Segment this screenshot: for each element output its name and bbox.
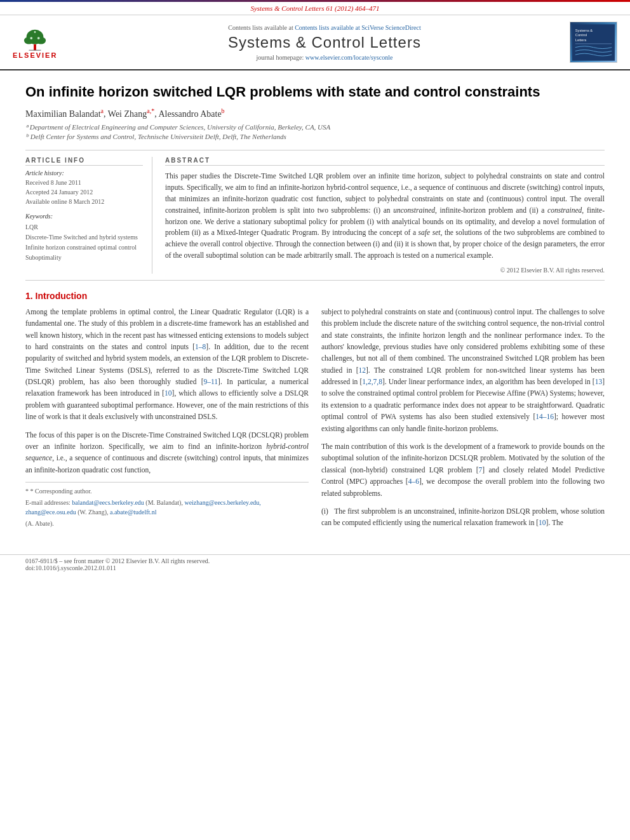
ref-10b[interactable]: 10 (539, 519, 546, 526)
cover-svg: Systems & Control Letters (572, 23, 615, 62)
sciverse-link[interactable]: Contents lists available at SciVerse Sci… (295, 24, 421, 31)
available-date: Available online 8 March 2012 (25, 197, 143, 206)
body-p1: Among the template problems in optimal c… (25, 306, 309, 423)
section1-heading: 1. Introduction (25, 291, 605, 301)
abstract-column: ABSTRACT This paper studies the Discrete… (165, 157, 605, 274)
elsevier-tree-icon (19, 26, 51, 51)
copyright-notice: © 2012 Elsevier B.V. All rights reserved… (165, 267, 605, 274)
journal-top-ref: Systems & Control Letters 61 (2012) 464–… (0, 2, 630, 15)
keywords-label: Keywords: (25, 213, 143, 220)
elsevier-logo-area: ELSEVIER (13, 26, 89, 59)
abstract-text: This paper studies the Discrete-Time Swi… (165, 171, 605, 262)
article-info-label: ARTICLE INFO (25, 157, 143, 166)
homepage-link[interactable]: www.elsevier.com/locate/sysconle (305, 54, 393, 61)
email1-link[interactable]: balandat@eecs.berkeley.edu (72, 499, 144, 506)
ref-1278[interactable]: 1,2,7,8 (362, 378, 382, 385)
history-label: Article history: (25, 170, 143, 177)
ref-10[interactable]: 10 (164, 389, 172, 397)
keywords-section: Keywords: LQR Discrete-Time Switched and… (25, 213, 143, 263)
author2: Wei Zhanga,*, (108, 109, 159, 119)
footnote-star: * * Corresponding author. (25, 486, 309, 496)
journal-homepage: journal homepage: www.elsevier.com/locat… (89, 54, 560, 61)
body-p2: The focus of this paper is on the Discre… (25, 429, 309, 476)
keyword-ihcoc: Infinite horizon constrained optimal con… (25, 243, 143, 253)
footnote-emails: E-mail addresses: balandat@eecs.berkeley… (25, 498, 309, 517)
abstract-label: ABSTRACT (165, 157, 605, 166)
body-list-i: (i) The first subproblem is an unconstra… (321, 505, 605, 529)
journal-title: Systems & Control Letters (89, 34, 560, 51)
received-date: Received 8 June 2011 (25, 178, 143, 187)
ref-14-16[interactable]: 14–16 (535, 413, 554, 420)
issn-line: 0167-6911/$ – see front matter © 2012 El… (25, 557, 210, 564)
article-history: Article history: Received 8 June 2011 Ac… (25, 170, 143, 206)
ref-13[interactable]: 13 (595, 378, 603, 385)
affil1: ᵃ Department of Electrical Engineering a… (25, 123, 605, 131)
doi-line: doi:10.1016/j.sysconle.2012.01.011 (25, 564, 116, 571)
ref-9-11[interactable]: 9–11 (204, 378, 218, 385)
page-bottom-bar: 0167-6911/$ – see front matter © 2012 El… (0, 554, 630, 574)
affiliations: ᵃ Department of Electrical Engineering a… (25, 123, 605, 141)
svg-text:Control: Control (575, 33, 587, 37)
svg-point-6 (34, 31, 36, 33)
ref-4-6[interactable]: 4–6 (408, 477, 419, 485)
author3: Alessandro Abateb (158, 109, 224, 119)
footnote-abate: (A. Abate). (25, 519, 309, 528)
svg-text:Systems &: Systems & (575, 28, 593, 32)
cover-image: Systems & Control Letters (570, 22, 617, 63)
email1-person: (M. Balandat), (145, 499, 183, 506)
email-label: E-mail addresses: (25, 499, 70, 506)
keyword-subopt: Suboptimality (25, 253, 143, 263)
main-content: On infinite horizon switched LQR problem… (0, 70, 630, 548)
svg-point-4 (30, 37, 33, 39)
footnotes: * * Corresponding author. E-mail address… (25, 482, 309, 528)
keyword-lqr: LQR (25, 222, 143, 232)
corresponding-author-note: * Corresponding author. (30, 488, 92, 495)
body-col-right: subject to polyhedral constraints on sta… (321, 306, 605, 535)
paper-title: On infinite horizon switched LQR problem… (25, 83, 605, 102)
body-p4: The main contribution of this work is th… (321, 441, 605, 499)
affil2: ᵇ Delft Center for Systems and Control, … (25, 133, 605, 141)
doi-link[interactable]: doi:10.1016/j.sysconle.2012.01.011 (25, 564, 116, 571)
journal-name-area: Contents lists available at Contents lis… (89, 24, 560, 61)
email3-link[interactable]: a.abate@tudelft.nl (110, 509, 157, 516)
journal-ref-text: Systems & Control Letters 61 (2012) 464–… (250, 4, 379, 12)
article-info-column: ARTICLE INFO Article history: Received 8… (25, 157, 152, 274)
email3-person: (A. Abate). (25, 520, 54, 527)
journal-cover: Systems & Control Letters (560, 22, 617, 63)
body-p3: subject to polyhedral constraints on sta… (321, 306, 605, 434)
author1: Maximilian Balandata, (25, 109, 108, 119)
elsevier-logo: ELSEVIER (13, 26, 57, 59)
sciverse-line: Contents lists available at Contents lis… (89, 24, 560, 31)
svg-text:Letters: Letters (575, 38, 587, 42)
elsevier-name: ELSEVIER (13, 51, 57, 59)
ref-12[interactable]: 12 (358, 366, 366, 374)
svg-point-5 (37, 37, 40, 39)
email2-person: (W. Zhang), (77, 509, 108, 516)
journal-header: ELSEVIER Contents lists available at Con… (0, 15, 630, 70)
article-info-abstract: ARTICLE INFO Article history: Received 8… (25, 150, 605, 281)
authors-line: Maximilian Balandata, Wei Zhanga,*, Ales… (25, 108, 605, 120)
body-columns: Among the template problems in optimal c… (25, 306, 605, 535)
ref-1-8[interactable]: 1–8 (195, 343, 206, 350)
ref-7[interactable]: 7 (479, 466, 483, 474)
body-col-left: Among the template problems in optimal c… (25, 306, 309, 535)
svg-rect-0 (34, 44, 36, 50)
keyword-dtshs: Discrete-Time Switched and hybrid system… (25, 232, 143, 243)
accepted-date: Accepted 24 January 2012 (25, 187, 143, 197)
